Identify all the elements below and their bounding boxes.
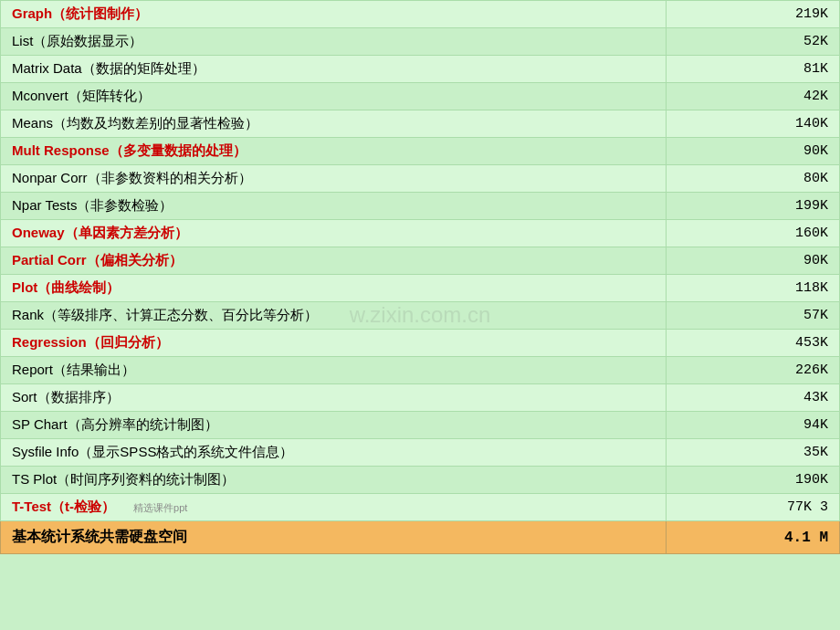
row-name: Plot（曲线绘制） — [1, 275, 667, 302]
row-name: Means（均数及均数差别的显著性检验） — [1, 110, 667, 138]
main-table: Graph（统计图制作）219KList（原始数据显示）52KMatrix Da… — [0, 0, 840, 554]
table-row: Mult Response（多变量数据的处理）90K — [1, 138, 840, 165]
highlight-label: Regression（回归分析） — [12, 334, 169, 350]
row-name: Graph（统计图制作） — [1, 1, 667, 28]
normal-label: Report（结果输出） — [12, 362, 135, 377]
row-size: 81K — [667, 56, 840, 83]
normal-label: Npar Tests（非参数检验） — [12, 197, 173, 213]
row-size: 226K — [667, 357, 840, 384]
normal-label: Sort（数据排序） — [12, 389, 120, 404]
row-size: 118K — [667, 275, 840, 302]
row-size: 57K — [667, 302, 840, 330]
table-row: SP Chart（高分辨率的统计制图）94K — [1, 412, 840, 439]
table-row: Nonpar Corr（非参数资料的相关分析）80K — [1, 165, 840, 193]
row-name: Report（结果输出） — [1, 357, 667, 384]
table-row: Regression（回归分析）453K — [1, 330, 840, 357]
row-size: 453K — [667, 330, 840, 357]
normal-label: TS Plot（时间序列资料的统计制图） — [12, 471, 235, 487]
row-name: Regression（回归分析） — [1, 330, 667, 357]
normal-label: SP Chart（高分辨率的统计制图） — [12, 416, 218, 432]
row-size: 160K — [667, 220, 840, 247]
row-name: Npar Tests（非参数检验） — [1, 193, 667, 220]
footer-label: 基本统计系统共需硬盘空间 — [1, 521, 667, 554]
row-size: 42K — [667, 83, 840, 110]
row-name: TS Plot（时间序列资料的统计制图） — [1, 467, 667, 494]
table-row: Partial Corr（偏相关分析）90K — [1, 247, 840, 275]
row-size: 219K — [667, 1, 840, 28]
row-name: Rank（等级排序、计算正态分数、百分比等分析） — [1, 302, 667, 330]
row-size: 80K — [667, 165, 840, 193]
row-name: Oneway（单因素方差分析） — [1, 220, 667, 247]
row-name: Matrix Data（数据的矩阵处理） — [1, 56, 667, 83]
highlight-label: Graph（统计图制作） — [12, 5, 148, 21]
row-name: Sort（数据排序） — [1, 384, 667, 412]
row-name: SP Chart（高分辨率的统计制图） — [1, 412, 667, 439]
row-size: 90K — [667, 138, 840, 165]
table-row: Mconvert（矩阵转化）42K — [1, 83, 840, 110]
table-row: T-Test（t-检验）精选课件ppt77K 3 — [1, 494, 840, 521]
row-name: Partial Corr（偏相关分析） — [1, 247, 667, 275]
row-size: 94K — [667, 412, 840, 439]
normal-label: List（原始数据显示） — [12, 33, 142, 48]
footer-row: 基本统计系统共需硬盘空间4.1 M — [1, 521, 840, 554]
table-row: Sort（数据排序）43K — [1, 384, 840, 412]
normal-label: Nonpar Corr（非参数资料的相关分析） — [12, 170, 252, 185]
row-name: Mconvert（矩阵转化） — [1, 83, 667, 110]
table-row: Oneway（单因素方差分析）160K — [1, 220, 840, 247]
row-size: 190K — [667, 467, 840, 494]
row-size: 43K — [667, 384, 840, 412]
row-size: 77K 3 — [667, 494, 840, 521]
table-row: Npar Tests（非参数检验）199K — [1, 193, 840, 220]
table-row: Means（均数及均数差别的显著性检验）140K — [1, 110, 840, 138]
normal-label: Sysfile Info（显示SPSS格式的系统文件信息） — [12, 444, 293, 459]
row-size: 35K — [667, 439, 840, 467]
highlight-label: T-Test（t-检验） — [12, 499, 115, 514]
table-row: List（原始数据显示）52K — [1, 28, 840, 56]
table-row: TS Plot（时间序列资料的统计制图）190K — [1, 467, 840, 494]
row-name: Mult Response（多变量数据的处理） — [1, 138, 667, 165]
row-name: Nonpar Corr（非参数资料的相关分析） — [1, 165, 667, 193]
row-name: List（原始数据显示） — [1, 28, 667, 56]
highlight-label: Mult Response（多变量数据的处理） — [12, 142, 247, 158]
normal-label: Rank（等级排序、计算正态分数、百分比等分析） — [12, 307, 318, 322]
table-row: Rank（等级排序、计算正态分数、百分比等分析）57K — [1, 302, 840, 330]
table-row: Plot（曲线绘制）118K — [1, 275, 840, 302]
highlight-label: Plot（曲线绘制） — [12, 279, 120, 295]
row-size: 52K — [667, 28, 840, 56]
table-row: Sysfile Info（显示SPSS格式的系统文件信息）35K — [1, 439, 840, 467]
row-size: 140K — [667, 110, 840, 138]
normal-label: Matrix Data（数据的矩阵处理） — [12, 60, 205, 76]
normal-label: Mconvert（矩阵转化） — [12, 88, 151, 103]
ppt-note: 精选课件ppt — [133, 502, 187, 513]
row-name: Sysfile Info（显示SPSS格式的系统文件信息） — [1, 439, 667, 467]
table-row: Report（结果输出）226K — [1, 357, 840, 384]
highlight-label: Oneway（单因素方差分析） — [12, 225, 188, 240]
highlight-label: Partial Corr（偏相关分析） — [12, 252, 183, 268]
row-size: 90K — [667, 247, 840, 275]
table-row: Graph（统计图制作）219K — [1, 1, 840, 28]
table-row: Matrix Data（数据的矩阵处理）81K — [1, 56, 840, 83]
row-name: T-Test（t-检验）精选课件ppt — [1, 494, 667, 521]
normal-label: Means（均数及均数差别的显著性检验） — [12, 115, 258, 131]
footer-size: 4.1 M — [667, 521, 840, 554]
row-size: 199K — [667, 193, 840, 220]
